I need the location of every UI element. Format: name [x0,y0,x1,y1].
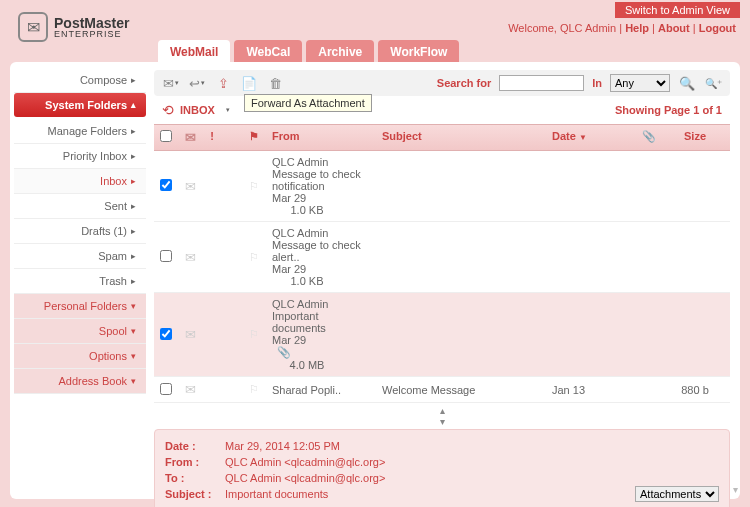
preview-from-value: QLC Admin <qlcadmin@qlc.org> [225,456,385,468]
row-checkbox[interactable] [160,179,172,191]
flag-icon[interactable]: ⚐ [249,383,259,395]
main-tabs: WebMail WebCal Archive WorkFlow [158,40,459,64]
row-from: QLC Admin Important documentsMar 29📎4.0 … [266,293,376,376]
message-list-header: ✉ ! ⚑ From Subject Date ▼ 📎 Size [154,124,730,151]
message-list: ✉⚐QLC Admin Message to check notificatio… [154,151,730,403]
logo-title: PostMaster [54,16,129,30]
row-checkbox[interactable] [160,328,172,340]
about-link[interactable]: About [658,22,690,34]
search-scope-select[interactable]: Any [610,74,670,92]
row-checkbox[interactable] [160,250,172,262]
col-attachment-icon[interactable] [222,125,242,150]
delete-icon[interactable]: 🗑 [266,75,284,91]
logo-subtitle: ENTERPRISE [54,30,129,39]
search-icon[interactable]: 🔍 [678,75,696,91]
search-input[interactable] [499,75,584,91]
personal-folders-header[interactable]: Personal Folders▾ [14,294,146,319]
row-date: Jan 13 [546,379,636,401]
forward-attachment-icon[interactable]: ⇪ [214,75,232,91]
paging-text: Showing Page 1 of 1 [615,104,722,116]
message-row[interactable]: ✉⚐Sharad Popli..Welcome MessageJan 13880… [154,377,730,403]
spool-header[interactable]: Spool▾ [14,319,146,344]
envelope-icon: ✉ [185,179,196,194]
preview-to-label: To : [165,472,225,484]
message-row[interactable]: ✉⚐QLC Admin Message to check alert..Mar … [154,222,730,293]
folder-dropdown-icon[interactable]: ▾ [219,102,237,118]
row-checkbox[interactable] [160,383,172,395]
refresh-icon[interactable]: ⟲ [162,102,174,118]
flag-icon[interactable]: ⚐ [249,251,259,263]
sidebar-inbox[interactable]: Inbox▸ [14,169,146,194]
help-link[interactable]: Help [625,22,649,34]
flag-icon[interactable]: ⚐ [249,328,259,340]
folder-bar: ⟲ INBOX ▾ Showing Page 1 of 1 [154,96,730,124]
splitter-handle[interactable]: ▴▾ [154,403,730,429]
sidebar-sent[interactable]: Sent▸ [14,194,146,219]
preview-date-value: Mar 29, 2014 12:05 PM [225,440,340,452]
folder-name: INBOX [180,104,215,116]
logout-link[interactable]: Logout [699,22,736,34]
compose-button[interactable]: Compose▸ [14,68,146,93]
switch-admin-button[interactable]: Switch to Admin View [615,2,740,18]
col-date[interactable]: Date ▼ [546,125,636,150]
toolbar: ✉▾ ↩▾ ⇪ 📄 🗑 Forward As Attachment Search… [154,70,730,96]
sidebar-priority-inbox[interactable]: Priority Inbox▸ [14,144,146,169]
scroll-down-icon[interactable]: ▾ [733,484,738,495]
logo-icon: ✉ [18,12,48,42]
flag-icon[interactable]: ⚐ [249,180,259,192]
row-from: QLC Admin Message to check notificationM… [266,151,376,221]
row-date: Mar 29 [272,334,362,346]
row-from: Sharad Popli.. [266,379,376,401]
logo: ✉ PostMaster ENTERPRISE [18,12,129,42]
address-book-header[interactable]: Address Book▾ [14,369,146,394]
preview-subject-label: Subject : [165,488,225,500]
paperclip-icon: 📎 [277,346,291,358]
row-size: 880 b [660,379,730,401]
welcome-text: Welcome, QLC Admin [508,22,619,34]
message-row[interactable]: ✉⚐QLC Admin Important documentsMar 29📎4.… [154,293,730,377]
preview-date-label: Date : [165,440,225,452]
preview-header: Date :Mar 29, 2014 12:05 PM From :QLC Ad… [154,429,730,507]
row-size: 4.0 MB [272,359,342,371]
col-flag-icon[interactable]: ⚑ [242,125,266,150]
row-subject: Message to check alert.. [272,239,370,263]
row-date: Mar 29 [272,263,362,275]
envelope-icon: ✉ [185,382,196,397]
move-icon[interactable]: 📄 [240,75,258,91]
select-all-checkbox[interactable] [160,130,172,142]
welcome-bar: Welcome, QLC Admin | Help | About | Logo… [508,22,736,34]
preview-to-value: QLC Admin <qlcadmin@qlc.org> [225,472,385,484]
tooltip: Forward As Attachment [244,94,372,112]
in-label: In [592,77,602,89]
col-subject[interactable]: Subject [376,125,546,150]
row-date: Mar 29 [272,192,362,204]
sidebar-manage-folders[interactable]: Manage Folders▸ [14,119,146,144]
new-mail-icon[interactable]: ✉▾ [162,75,180,91]
message-row[interactable]: ✉⚐QLC Admin Message to check notificatio… [154,151,730,222]
sidebar-drafts[interactable]: Drafts (1)▸ [14,219,146,244]
col-read-icon[interactable]: ✉ [178,125,202,150]
row-subject: Important documents [272,310,370,334]
options-header[interactable]: Options▾ [14,344,146,369]
col-importance-icon[interactable]: ! [202,125,222,150]
tab-workflow[interactable]: WorkFlow [378,40,459,64]
sidebar: Compose▸ System Folders▴ Manage Folders▸… [10,62,150,499]
row-subject: Welcome Message [376,379,546,401]
attachments-select[interactable]: Attachments [635,486,719,502]
envelope-icon: ✉ [185,250,196,265]
advanced-search-icon[interactable]: 🔍⁺ [704,75,722,91]
row-subject: Message to check notification [272,168,370,192]
envelope-icon: ✉ [185,327,196,342]
sidebar-trash[interactable]: Trash▸ [14,269,146,294]
system-folders-header[interactable]: System Folders▴ [14,93,146,117]
reply-icon[interactable]: ↩▾ [188,75,206,91]
col-from[interactable]: From [266,125,376,150]
sidebar-spam[interactable]: Spam▸ [14,244,146,269]
row-size: 1.0 KB [272,204,342,216]
preview-from-label: From : [165,456,225,468]
tab-webcal[interactable]: WebCal [234,40,302,64]
tab-archive[interactable]: Archive [306,40,374,64]
tab-webmail[interactable]: WebMail [158,40,230,64]
col-clip-icon[interactable]: 📎 [636,125,660,150]
col-size[interactable]: Size [660,125,730,150]
